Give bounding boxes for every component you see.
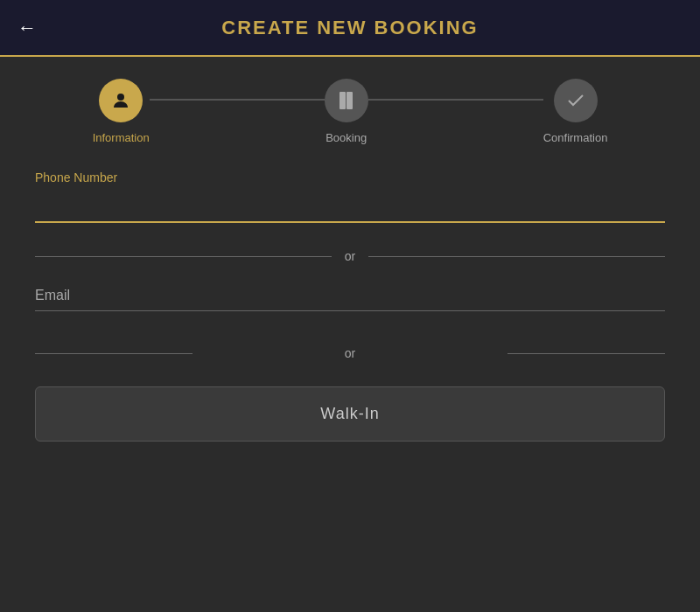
phone-input[interactable] <box>35 191 665 223</box>
divider-line-right-1 <box>368 256 665 257</box>
book-icon <box>336 90 357 111</box>
or-text-1: or <box>345 249 355 263</box>
step-information-label: Information <box>93 131 150 144</box>
divider-line-right-2 <box>508 353 665 354</box>
svg-point-0 <box>117 94 124 101</box>
back-icon: ← <box>18 17 37 39</box>
walk-in-button[interactable]: Walk-In <box>35 386 665 442</box>
step-booking-label: Booking <box>326 131 367 144</box>
step-information-circle <box>99 79 143 122</box>
or-divider-2: or <box>35 346 665 360</box>
check-icon <box>565 90 586 111</box>
walk-in-label: Walk-In <box>320 405 379 422</box>
step-booking-circle <box>325 79 368 122</box>
or-text-2: or <box>206 346 494 360</box>
email-input[interactable] <box>35 281 665 311</box>
email-field-group <box>35 281 665 320</box>
step-confirmation-circle <box>554 79 598 122</box>
step-booking[interactable]: Booking <box>325 79 368 144</box>
step-confirmation-label: Confirmation <box>543 131 608 144</box>
divider-line-left-1 <box>35 256 332 257</box>
step-information[interactable]: Information <box>93 79 150 144</box>
form-content: Phone Number or or Walk-In <box>0 162 700 459</box>
or-divider-1: or <box>35 249 665 263</box>
phone-label: Phone Number <box>35 170 665 184</box>
back-button[interactable]: ← <box>18 17 37 39</box>
divider-line-left-2 <box>35 353 192 354</box>
step-line-1 <box>150 99 325 101</box>
person-icon <box>110 90 131 111</box>
header: ← CREATE NEW BOOKING <box>0 0 700 57</box>
stepper: Information Booking Confirmation <box>0 57 700 162</box>
step-confirmation[interactable]: Confirmation <box>543 79 608 144</box>
phone-field-group: Phone Number <box>35 170 665 223</box>
step-line-2 <box>368 99 543 101</box>
page-title: CREATE NEW BOOKING <box>221 17 478 39</box>
